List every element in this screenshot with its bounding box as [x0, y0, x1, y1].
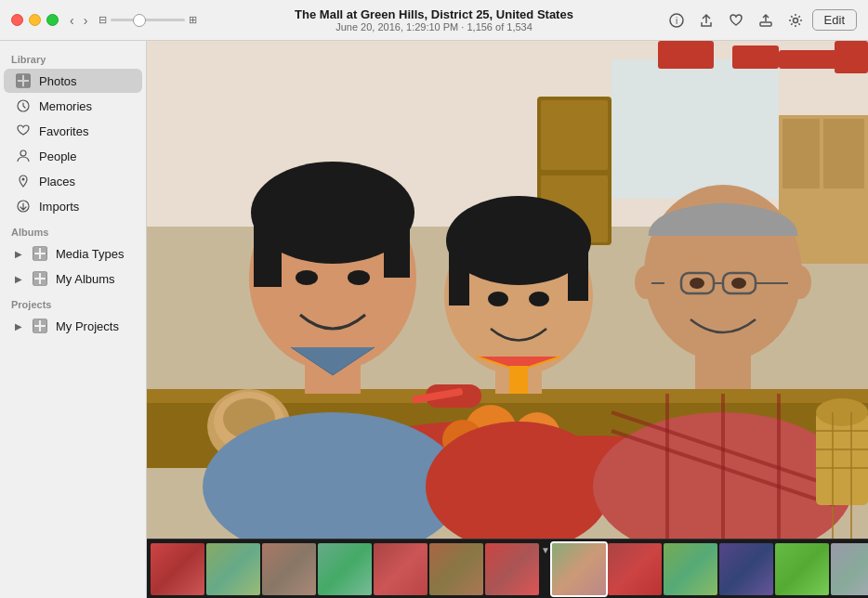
imports-icon — [15, 198, 32, 214]
svg-rect-39 — [783, 119, 820, 188]
people-label: People — [39, 150, 76, 163]
filmstrip-thumb-8[interactable] — [552, 543, 606, 595]
titlebar-right: i Edit — [664, 9, 857, 32]
memories-icon — [15, 98, 32, 114]
svg-rect-33 — [779, 50, 844, 69]
svg-rect-5 — [17, 74, 22, 80]
sidebar-item-my-albums[interactable]: ▶ My Albums — [4, 266, 142, 291]
filmstrip-thumb-12[interactable] — [775, 543, 829, 595]
svg-point-85 — [690, 278, 704, 289]
filmstrip-thumb-10[interactable] — [664, 543, 717, 595]
svg-rect-60 — [384, 213, 410, 278]
sidebar-item-photos[interactable]: Photos — [4, 69, 142, 93]
albums-section-label: Albums — [0, 219, 146, 240]
filmstrip-thumb-5[interactable] — [374, 543, 427, 595]
info-button[interactable]: i — [664, 9, 690, 32]
svg-rect-67 — [449, 240, 469, 306]
slider-track[interactable] — [111, 19, 185, 21]
share-button[interactable] — [693, 9, 719, 32]
titlebar: ‹ › ⊟ ⊞ The Mall at Green Hills, Distric… — [0, 0, 868, 41]
filmstrip-thumb-7[interactable] — [485, 543, 539, 595]
svg-rect-16 — [33, 254, 39, 260]
edit-button[interactable]: Edit — [812, 9, 857, 31]
back-button[interactable]: ‹ — [66, 11, 78, 30]
sidebar-item-memories[interactable]: Memories — [4, 94, 142, 118]
forward-button[interactable]: › — [80, 11, 92, 30]
svg-rect-20 — [41, 272, 46, 278]
filmstrip-thumb-13[interactable] — [831, 543, 868, 595]
filmstrip-thumb-9[interactable] — [608, 543, 662, 595]
filmstrip-thumb-2[interactable] — [206, 543, 260, 595]
sidebar: Library Photos Memories — [0, 41, 147, 598]
media-types-label: Media Types — [56, 247, 124, 261]
people-icon — [15, 148, 32, 164]
my-albums-icon — [32, 270, 48, 287]
filmstrip[interactable]: ▼ — [147, 539, 868, 598]
minimize-button[interactable] — [29, 14, 41, 26]
memories-label: Memories — [39, 99, 92, 113]
settings-icon — [788, 13, 803, 28]
slider-thumb[interactable] — [133, 14, 146, 27]
titlebar-center: The Mall at Green Hills, District 25, Un… — [295, 7, 573, 32]
favorites-label: Favorites — [39, 124, 88, 138]
sidebar-item-people[interactable]: People — [4, 144, 142, 168]
sidebar-item-favorites[interactable]: Favorites — [4, 119, 142, 143]
filmstrip-thumb-3[interactable] — [262, 543, 316, 595]
svg-rect-40 — [823, 119, 864, 188]
svg-point-70 — [529, 292, 549, 306]
photo-area: ▼ — [147, 41, 868, 598]
svg-rect-71 — [509, 366, 528, 394]
photos-label: Photos — [39, 74, 76, 88]
media-types-arrow: ▶ — [15, 249, 22, 259]
sidebar-item-imports[interactable]: Imports — [4, 194, 142, 218]
upload-icon — [758, 13, 773, 28]
svg-rect-32 — [732, 46, 779, 69]
filmstrip-thumb-1[interactable] — [151, 543, 204, 595]
svg-rect-26 — [33, 327, 39, 332]
sidebar-item-media-types[interactable]: ▶ Media Types — [4, 241, 142, 266]
my-projects-arrow: ▶ — [15, 321, 22, 332]
main-content: Library Photos Memories — [0, 41, 868, 598]
zoom-out-icon: ⊟ — [99, 14, 107, 26]
titlebar-left: ‹ › ⊟ ⊞ — [11, 11, 197, 30]
imports-label: Imports — [39, 200, 79, 214]
my-projects-icon — [32, 318, 48, 334]
my-projects-label: My Projects — [56, 319, 119, 333]
sidebar-item-my-projects[interactable]: ▶ My Projects — [4, 314, 142, 338]
settings-button[interactable] — [783, 9, 809, 32]
traffic-lights — [11, 14, 59, 26]
svg-rect-8 — [24, 82, 30, 87]
photo-main[interactable] — [147, 41, 868, 539]
close-button[interactable] — [11, 14, 23, 26]
share-icon — [699, 13, 714, 28]
places-icon — [15, 173, 32, 189]
svg-point-86 — [731, 278, 746, 289]
svg-point-92 — [816, 398, 868, 426]
zoom-in-icon: ⊞ — [189, 14, 197, 26]
svg-point-3 — [793, 18, 797, 22]
my-albums-label: My Albums — [56, 272, 115, 286]
filmstrip-inner: ▼ — [147, 541, 868, 597]
filmstrip-thumb-11[interactable] — [719, 543, 773, 595]
favorites-icon — [15, 123, 32, 139]
photos-icon — [15, 72, 32, 89]
svg-rect-31 — [658, 41, 714, 69]
filmstrip-thumb-4[interactable] — [318, 543, 372, 595]
photo-title: The Mall at Green Hills, District 25, Un… — [295, 7, 573, 21]
svg-rect-30 — [612, 59, 779, 199]
maximize-button[interactable] — [46, 14, 59, 26]
library-section-label: Library — [0, 46, 146, 68]
favorite-button[interactable] — [723, 9, 749, 32]
heart-icon — [729, 13, 743, 28]
svg-rect-19 — [33, 272, 39, 278]
svg-point-69 — [488, 292, 508, 306]
svg-rect-36 — [541, 100, 608, 170]
svg-rect-24 — [33, 319, 39, 325]
zoom-slider[interactable]: ⊟ ⊞ — [99, 14, 197, 26]
svg-rect-6 — [24, 74, 30, 80]
upload-button[interactable] — [753, 9, 779, 32]
filmstrip-thumb-6[interactable] — [429, 543, 483, 595]
sidebar-item-places[interactable]: Places — [4, 169, 142, 193]
media-types-icon — [32, 245, 48, 262]
info-icon: i — [669, 13, 684, 28]
